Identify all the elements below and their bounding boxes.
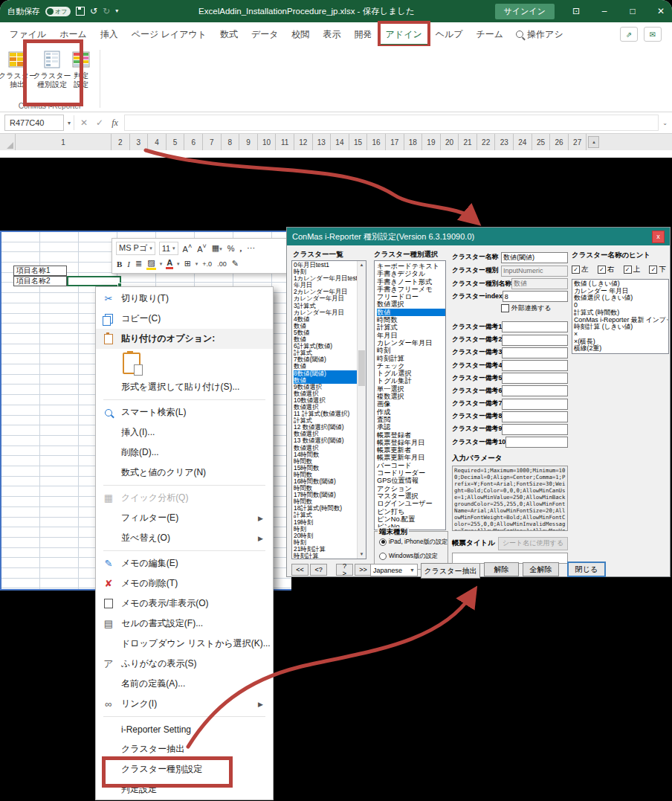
list-item[interactable]: 横線(2重) <box>574 345 667 353</box>
remark-input[interactable] <box>502 373 568 384</box>
undo-icon[interactable]: ↺ <box>90 7 97 16</box>
column-header-14[interactable]: 14 <box>331 134 349 150</box>
context-menu-item[interactable]: 数式と値のクリア(N) <box>96 463 273 483</box>
paste-option-button[interactable] <box>96 349 273 377</box>
save-icon[interactable] <box>76 7 85 16</box>
remark-input[interactable] <box>502 424 568 435</box>
tab-ヘルプ[interactable]: ヘルプ <box>429 22 470 46</box>
autosave-toggle[interactable]: オフ <box>45 7 71 16</box>
hint-listbox[interactable]: 数値 (しきい値)カレンダー 年月日数値選択 (しきい値)0計算式 (時間数)C… <box>572 279 669 354</box>
column-header-23[interactable]: 23 <box>495 134 514 150</box>
column-header-21[interactable]: 21 <box>459 134 477 150</box>
list-item[interactable]: トグル選択 <box>377 370 445 377</box>
ribbon-display-options-icon[interactable]: ⊡ <box>565 0 587 22</box>
font-color-icon[interactable]: A <box>166 258 173 269</box>
italic-icon[interactable]: I <box>126 260 131 268</box>
tab-チーム[interactable]: チーム <box>470 22 511 46</box>
cluster-index-input[interactable]: 8 <box>503 291 568 302</box>
decrease-decimal-icon[interactable]: .00 <box>216 260 227 268</box>
list-item[interactable]: 計算式 <box>377 324 445 331</box>
cluster-listbox[interactable]: 0年月日test1 時刻1カレンダー年月日test2 年月日2カレンダー年月日 … <box>291 260 366 559</box>
format-painter-icon[interactable]: ⋯ <box>246 243 256 253</box>
context-menu-item[interactable]: 挿入(I)... <box>96 422 273 443</box>
list-item[interactable]: ピン打ち <box>377 508 445 515</box>
nav-button-0[interactable]: << <box>291 564 308 576</box>
cell-item-name-1[interactable]: 項目名称1 <box>13 266 67 276</box>
list-item[interactable]: 時刻 <box>377 347 445 354</box>
cancel-icon[interactable]: ✕ <box>78 118 90 128</box>
remark-input[interactable] <box>505 437 568 448</box>
context-menu-item[interactable]: 名前の定義(A)... <box>96 674 273 694</box>
terminal-option-1[interactable]: Windows版の設定 <box>379 552 448 560</box>
column-header-6[interactable]: 6 <box>184 134 203 150</box>
context-menu-item[interactable]: 形式を選択して貼り付け(S)... <box>96 377 273 397</box>
context-menu-item[interactable]: ✘メモの削除(T) <box>96 573 273 593</box>
context-menu-item[interactable]: フィルター(E)▶ <box>96 508 273 528</box>
column-header-5[interactable]: 5 <box>167 134 185 150</box>
context-menu-item[interactable]: クラスター抽出 <box>96 739 273 759</box>
list-item[interactable]: コードリーダー <box>377 469 445 477</box>
minimize-button[interactable]: – <box>593 0 616 22</box>
list-item[interactable]: 帳票更新者 <box>377 446 445 454</box>
nav-button-1[interactable]: <? <box>310 564 327 576</box>
fill-color-icon[interactable]: ▨ <box>146 258 155 270</box>
column-header-22[interactable]: 22 <box>477 134 496 150</box>
context-menu-item[interactable]: ✎メモの編集(E) <box>96 553 273 573</box>
list-item[interactable]: 帳票更新年月日 <box>377 454 445 461</box>
context-menu-item[interactable]: ✂切り取り(T) <box>96 289 273 309</box>
language-select[interactable]: Japanese▼ <box>370 564 418 576</box>
remark-input[interactable] <box>502 321 568 332</box>
tab-ページ レイアウト[interactable]: ページ レイアウト <box>125 22 213 46</box>
context-menu-item[interactable]: 削除(D)... <box>96 443 273 463</box>
center-align-icon[interactable]: ≣ <box>135 259 143 268</box>
tell-me-search[interactable]: 操作アシ <box>510 28 569 41</box>
terminal-option-0[interactable]: iPad, iPhone版の設定 <box>379 538 448 546</box>
column-header-7[interactable]: 7 <box>203 134 222 150</box>
list-item[interactable]: 時間数 <box>377 316 445 324</box>
nav-button-3[interactable]: >> <box>355 564 372 576</box>
remark-input[interactable] <box>502 385 568 396</box>
context-menu-item[interactable]: ドロップダウン リストから選択(K)... <box>96 634 273 654</box>
remark-input[interactable] <box>502 347 568 358</box>
column-header-20[interactable]: 20 <box>441 134 459 150</box>
list-item[interactable]: マスター選択 <box>377 492 445 500</box>
column-header-1[interactable]: 1 <box>16 134 112 150</box>
list-item[interactable]: チェック <box>377 362 445 370</box>
bold-icon[interactable]: B <box>116 260 123 268</box>
column-header-25[interactable]: 25 <box>532 134 551 150</box>
percent-style-icon[interactable]: % <box>227 244 236 253</box>
fill-color-dropdown-icon[interactable]: ▾ <box>160 261 163 267</box>
cluster-list-scrollbar[interactable]: ▲ ▼ <box>357 261 366 559</box>
context-menu-item[interactable]: クラスター種別設定 <box>96 759 273 779</box>
tab-アドイン[interactable]: アドイン <box>379 22 429 46</box>
list-item[interactable]: 数値選択 <box>377 300 445 308</box>
footer-button-解除[interactable]: 解除 <box>484 562 519 576</box>
context-menu-item[interactable]: メモの表示/非表示(O) <box>96 593 273 614</box>
column-header-16[interactable]: 16 <box>367 134 386 150</box>
column-header-15[interactable]: 15 <box>349 134 368 150</box>
tab-データ[interactable]: データ <box>245 22 285 46</box>
cell-item-name-2[interactable]: 項目名称2 <box>13 276 67 286</box>
list-item[interactable]: 数値選択 (しきい値) <box>574 295 667 302</box>
column-header-11[interactable]: 11 <box>276 134 294 150</box>
context-menu-item[interactable]: 並べ替え(O)▶ <box>96 528 273 548</box>
dialog-close-button[interactable]: x <box>652 231 665 243</box>
list-item[interactable]: 帳票登録年月日 <box>377 439 445 446</box>
list-item[interactable]: 手書きノート形式 <box>377 278 445 286</box>
column-header-12[interactable]: 12 <box>294 134 313 150</box>
type-listbox[interactable]: キーボードテキスト手書きデジタル手書きノート形式手書きフリーメモフリードロー数値… <box>374 260 446 530</box>
font-name-select[interactable]: MS Pゴ▾ <box>116 242 155 255</box>
column-header-27[interactable]: 27 <box>569 134 587 150</box>
active-cell[interactable] <box>67 276 121 286</box>
hint-checkbox-下[interactable]: ✓下 <box>649 265 666 274</box>
context-menu-item[interactable]: アふりがなの表示(S) <box>96 654 273 674</box>
increase-font-icon[interactable]: A˄ <box>182 242 193 254</box>
column-header-17[interactable]: 17 <box>386 134 404 150</box>
list-item[interactable]: トグル集計 <box>377 377 445 385</box>
list-item[interactable]: 帳票登録者 <box>377 431 445 439</box>
list-item[interactable]: フリードロー <box>377 293 445 300</box>
comments-icon[interactable]: ✉ <box>644 27 662 42</box>
list-item[interactable]: キーボードテキスト <box>377 263 445 270</box>
borders-icon[interactable]: ⊞ <box>184 259 192 268</box>
name-box-dropdown-icon[interactable]: ▾ <box>68 115 74 130</box>
